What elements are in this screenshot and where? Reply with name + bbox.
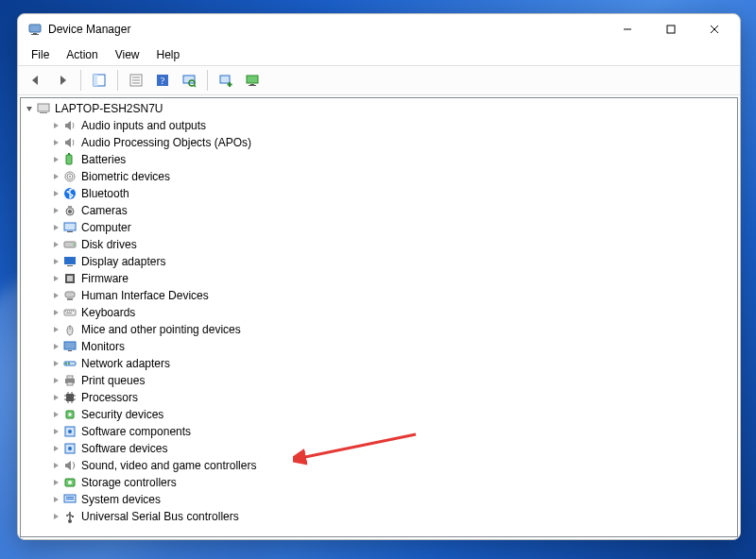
expand-icon[interactable] bbox=[49, 377, 62, 384]
expand-icon[interactable] bbox=[49, 292, 62, 299]
maximize-button[interactable] bbox=[649, 15, 693, 43]
show-hide-console-tree-button[interactable] bbox=[87, 68, 112, 93]
add-legacy-hardware-button[interactable] bbox=[214, 68, 238, 93]
tree-item-label: Keyboards bbox=[81, 306, 135, 319]
tree-item-label: Firmware bbox=[81, 272, 129, 285]
tree-item[interactable]: Network adapters bbox=[21, 355, 737, 372]
expand-icon[interactable] bbox=[49, 207, 62, 214]
tree-item[interactable]: Computer bbox=[21, 219, 737, 236]
computer-icon bbox=[36, 101, 51, 116]
expand-icon[interactable] bbox=[49, 275, 62, 282]
expand-icon[interactable] bbox=[49, 326, 62, 333]
tree-item[interactable]: Cameras bbox=[21, 202, 737, 219]
tree-item[interactable]: Disk drives bbox=[21, 236, 737, 253]
expand-icon[interactable] bbox=[49, 224, 62, 231]
expand-icon[interactable] bbox=[49, 428, 62, 435]
tree-item[interactable]: Monitors bbox=[21, 338, 737, 355]
security-icon bbox=[62, 407, 77, 422]
display-icon bbox=[62, 254, 77, 269]
forward-button[interactable] bbox=[50, 68, 75, 93]
tree-item[interactable]: Mice and other pointing devices bbox=[21, 321, 737, 338]
expand-icon[interactable] bbox=[49, 122, 62, 129]
menu-help[interactable]: Help bbox=[149, 46, 188, 63]
expand-icon[interactable] bbox=[49, 309, 62, 316]
tree-item[interactable]: System devices bbox=[21, 491, 737, 508]
tree-item[interactable]: Storage controllers bbox=[21, 474, 737, 491]
expand-icon[interactable] bbox=[49, 411, 62, 418]
tree-item[interactable]: Audio Processing Objects (APOs) bbox=[21, 134, 737, 151]
svg-text:?: ? bbox=[161, 76, 165, 86]
tree-item[interactable]: Universal Serial Bus controllers bbox=[21, 508, 737, 525]
tree-item[interactable]: Security devices bbox=[21, 406, 737, 423]
svg-rect-8 bbox=[94, 75, 97, 86]
svg-rect-21 bbox=[247, 76, 258, 83]
tree-item[interactable]: Firmware bbox=[21, 270, 737, 287]
tree-item[interactable]: Batteries bbox=[21, 151, 737, 168]
svg-rect-0 bbox=[29, 25, 41, 32]
tree-item-label: Software devices bbox=[81, 442, 167, 455]
svg-point-77 bbox=[68, 481, 72, 484]
svg-rect-54 bbox=[64, 342, 76, 349]
help-button[interactable]: ? bbox=[150, 68, 175, 93]
tree-item[interactable]: Keyboards bbox=[21, 304, 737, 321]
tree-item[interactable]: Print queues bbox=[21, 372, 737, 389]
tree-item[interactable]: Biometric devices bbox=[21, 168, 737, 185]
expand-icon[interactable] bbox=[49, 360, 62, 367]
scan-hardware-button[interactable] bbox=[177, 68, 201, 93]
menu-file[interactable]: File bbox=[24, 46, 57, 63]
properties-button[interactable] bbox=[124, 68, 148, 93]
expand-icon[interactable] bbox=[49, 462, 62, 469]
tree-item-label: Universal Serial Bus controllers bbox=[81, 510, 239, 523]
tree-item-label: Processors bbox=[81, 391, 138, 404]
collapse-icon[interactable] bbox=[23, 105, 36, 112]
expand-icon[interactable] bbox=[49, 173, 62, 180]
expand-icon[interactable] bbox=[49, 343, 62, 350]
svg-rect-4 bbox=[667, 25, 675, 33]
expand-icon[interactable] bbox=[49, 445, 62, 452]
system-icon bbox=[62, 492, 77, 507]
tree-item-label: Bluetooth bbox=[81, 187, 129, 200]
tree-item[interactable]: Audio inputs and outputs bbox=[21, 117, 737, 134]
back-button[interactable] bbox=[24, 68, 48, 93]
sound-icon bbox=[62, 458, 77, 473]
usb-icon bbox=[62, 509, 77, 524]
fingerprint-icon bbox=[62, 169, 77, 184]
tree-item[interactable]: Sound, video and game controllers bbox=[21, 457, 737, 474]
expand-icon[interactable] bbox=[49, 496, 62, 503]
tree-item[interactable]: Software components bbox=[21, 423, 737, 440]
tree-item-label: Network adapters bbox=[81, 357, 170, 370]
expand-icon[interactable] bbox=[49, 241, 62, 248]
minimize-button[interactable] bbox=[606, 15, 649, 43]
svg-rect-24 bbox=[38, 104, 49, 111]
tree-item-label: Human Interface Devices bbox=[81, 289, 209, 302]
tree-item-label: Display adapters bbox=[81, 255, 165, 268]
expand-icon[interactable] bbox=[49, 513, 62, 520]
svg-rect-55 bbox=[68, 350, 72, 351]
tree-item-label: Biometric devices bbox=[81, 170, 170, 183]
svg-line-17 bbox=[194, 85, 196, 87]
expand-icon[interactable] bbox=[49, 156, 62, 163]
tree-root[interactable]: LAPTOP-ESH2SN7U bbox=[21, 100, 737, 117]
tree-item-label: Security devices bbox=[81, 408, 163, 421]
tree-item[interactable]: Software devices bbox=[21, 440, 737, 457]
svg-rect-35 bbox=[64, 223, 76, 230]
menu-action[interactable]: Action bbox=[59, 46, 105, 63]
tree-item[interactable]: Human Interface Devices bbox=[21, 287, 737, 304]
expand-icon[interactable] bbox=[49, 190, 62, 197]
expand-icon[interactable] bbox=[49, 139, 62, 146]
tree-item[interactable]: Processors bbox=[21, 389, 737, 406]
toolbar: ? bbox=[18, 65, 740, 95]
tree-item[interactable]: Display adapters bbox=[21, 253, 737, 270]
device-tree[interactable]: LAPTOP-ESH2SN7U Audio inputs and outputs… bbox=[20, 97, 738, 537]
close-button[interactable] bbox=[693, 15, 736, 43]
expand-icon[interactable] bbox=[49, 479, 62, 486]
firmware-icon bbox=[62, 271, 77, 286]
menu-view[interactable]: View bbox=[108, 46, 147, 63]
svg-rect-42 bbox=[67, 276, 73, 281]
expand-icon[interactable] bbox=[49, 394, 62, 401]
svg-rect-39 bbox=[64, 257, 76, 264]
speaker-icon bbox=[62, 118, 77, 133]
expand-icon[interactable] bbox=[49, 258, 62, 265]
tree-item[interactable]: Bluetooth bbox=[21, 185, 737, 202]
device-monitor-button[interactable] bbox=[240, 68, 265, 93]
